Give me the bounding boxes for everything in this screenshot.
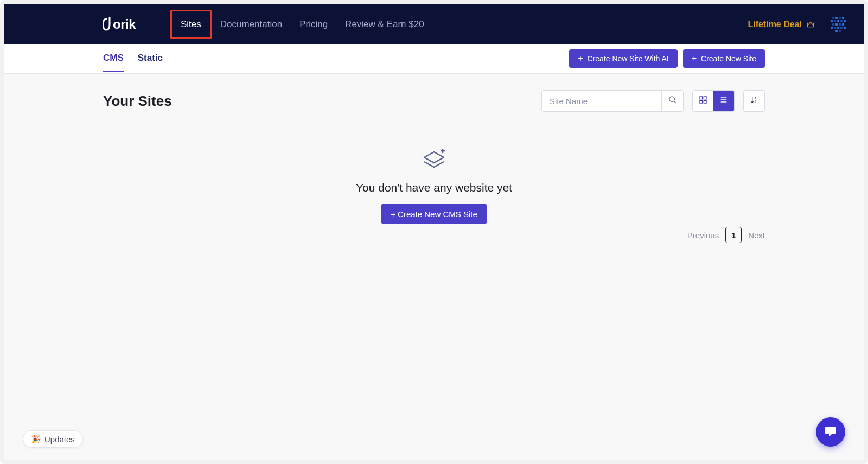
tab-cms[interactable]: CMS: [103, 45, 124, 72]
nav-pricing[interactable]: Pricing: [298, 16, 329, 33]
pagination-previous[interactable]: Previous: [687, 231, 719, 240]
view-toggle: [692, 90, 735, 112]
sub-bar: CMS Static + Create New Site With AI + C…: [4, 44, 864, 74]
updates-label: Updates: [44, 435, 75, 444]
svg-rect-15: [834, 27, 836, 29]
svg-rect-4: [842, 17, 844, 19]
svg-rect-20: [839, 30, 841, 32]
layers-icon: [419, 144, 449, 175]
crown-icon: [806, 20, 815, 29]
empty-state: You don't have any website yet + Create …: [103, 144, 765, 224]
svg-rect-24: [704, 97, 706, 99]
empty-message: You don't have any website yet: [356, 181, 512, 194]
svg-rect-13: [842, 23, 844, 26]
create-site-button[interactable]: + Create New Site: [683, 49, 765, 68]
chat-fab[interactable]: [816, 417, 845, 447]
plus-icon: +: [692, 54, 697, 63]
list-icon: [719, 96, 728, 106]
pagination: Previous 1 Next: [687, 227, 765, 243]
party-popper-icon: 🎉: [31, 434, 41, 444]
nav-sites[interactable]: Sites: [180, 16, 202, 33]
sort-button[interactable]: A Z: [743, 90, 765, 112]
create-site-ai-label: Create New Site With AI: [588, 54, 669, 63]
svg-rect-8: [840, 20, 843, 22]
create-cms-site-button[interactable]: + Create New CMS Site: [381, 204, 487, 224]
svg-rect-9: [844, 20, 846, 22]
page-title: Your Sites: [103, 93, 172, 110]
svg-rect-18: [844, 27, 846, 29]
svg-text:Z: Z: [755, 100, 757, 103]
search-wrap: [541, 90, 684, 112]
svg-rect-1: [832, 17, 834, 19]
nav-review-earn[interactable]: Review & Earn $20: [344, 16, 425, 33]
svg-rect-26: [704, 100, 706, 103]
tab-static[interactable]: Static: [138, 45, 163, 72]
svg-rect-17: [840, 27, 843, 29]
brand-logo[interactable]: orik: [103, 17, 145, 32]
lifetime-deal-link[interactable]: Lifetime Deal: [748, 20, 815, 29]
svg-rect-11: [835, 23, 838, 26]
search-icon: [668, 96, 677, 106]
svg-rect-7: [837, 20, 839, 22]
main-content: Your Sites: [4, 74, 864, 460]
site-type-tabs: CMS Static: [103, 45, 163, 72]
svg-rect-10: [832, 23, 834, 26]
list-view-button[interactable]: [713, 91, 734, 111]
svg-line-22: [674, 101, 676, 103]
svg-rect-2: [835, 17, 838, 19]
create-site-ai-button[interactable]: + Create New Site With AI: [569, 49, 678, 68]
svg-rect-25: [700, 100, 703, 103]
avatar[interactable]: [829, 15, 848, 34]
svg-rect-6: [834, 20, 836, 22]
pagination-page-1[interactable]: 1: [725, 227, 742, 243]
chat-icon: [824, 424, 837, 440]
nav-documentation[interactable]: Documentation: [219, 16, 283, 33]
search-button[interactable]: [661, 91, 683, 111]
sort-icon: A Z: [750, 96, 758, 106]
grid-view-button[interactable]: [693, 91, 713, 111]
updates-pill[interactable]: 🎉 Updates: [23, 430, 83, 448]
highlight-annotation: Sites: [170, 10, 212, 39]
lifetime-deal-label: Lifetime Deal: [748, 20, 802, 29]
top-nav: orik Sites Documentation Pricing Review …: [4, 4, 864, 44]
svg-rect-3: [839, 17, 841, 19]
svg-rect-23: [700, 97, 703, 99]
plus-icon: +: [578, 54, 583, 63]
pagination-next[interactable]: Next: [748, 231, 765, 240]
nav-links: Sites Documentation Pricing Review & Ear…: [178, 10, 425, 39]
svg-rect-14: [831, 27, 833, 29]
grid-icon: [699, 96, 707, 106]
svg-text:orik: orik: [113, 17, 136, 31]
svg-point-21: [669, 97, 674, 101]
create-site-label: Create New Site: [701, 54, 756, 63]
svg-rect-16: [837, 27, 839, 29]
svg-text:A: A: [755, 97, 757, 100]
svg-rect-12: [839, 23, 841, 26]
svg-rect-19: [835, 30, 838, 32]
search-input[interactable]: [542, 91, 661, 111]
svg-rect-5: [831, 20, 833, 22]
